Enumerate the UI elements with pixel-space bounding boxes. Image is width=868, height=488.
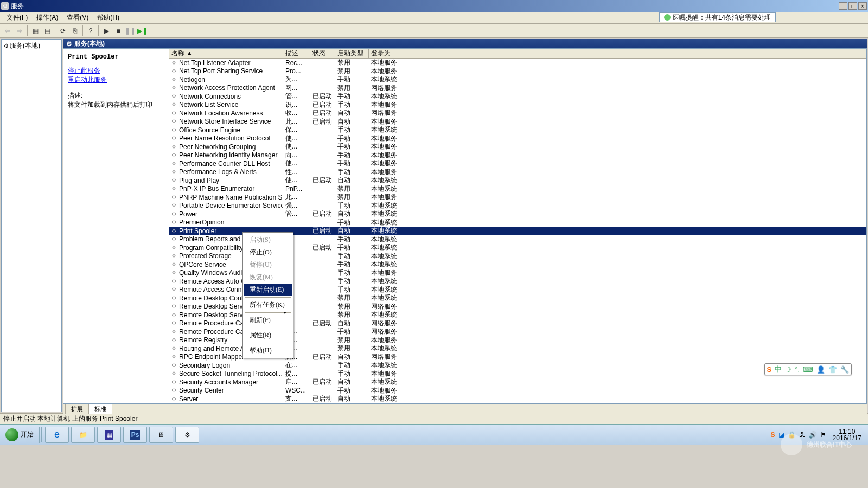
service-row[interactable]: ⚙Peer Name Resolution Protocol使...手动本地服务 xyxy=(169,134,866,143)
taskbar-app-3[interactable]: ▦ xyxy=(97,427,121,443)
ime-settings-icon[interactable]: 🔧 xyxy=(840,365,849,374)
link-stop-service[interactable]: 停止此服务 xyxy=(68,66,164,75)
tab-standard[interactable]: 标准 xyxy=(88,404,112,414)
col-status[interactable]: 状态 xyxy=(310,49,335,58)
service-row[interactable]: ⚙Network Location Awareness收...已启动自动网络服务 xyxy=(169,109,866,118)
service-row[interactable]: ⚙Peer Networking Identity Manager向...手动本… xyxy=(169,151,866,160)
ctx-help[interactable]: 帮助(H) xyxy=(244,344,292,357)
taskbar-app-explorer[interactable]: 📁 xyxy=(71,427,95,443)
ime-moon-icon[interactable]: ☽ xyxy=(785,365,792,374)
service-row[interactable]: ⚙Portable Device Enumerator Service强...手… xyxy=(169,202,866,210)
ime-user-icon[interactable]: 👤 xyxy=(816,365,825,374)
restart-icon[interactable]: ▶❚ xyxy=(137,25,148,36)
service-row[interactable]: ⚙Secure Socket Tunneling Protocol...提...… xyxy=(169,370,866,378)
service-row[interactable]: ⚙Performance Logs & Alerts性...手动本地服务 xyxy=(169,168,866,177)
ime-skin-icon[interactable]: 👕 xyxy=(828,365,837,374)
tray-flag-icon[interactable]: ⚑ xyxy=(820,431,826,439)
context-menu: 启动(S) 停止(O) 暂停(U) 恢复(M) 重新启动(E) 所有任务(K) … xyxy=(242,232,293,358)
refresh-icon[interactable]: ⟳ xyxy=(58,25,68,36)
taskbar-app-services[interactable]: ⚙ xyxy=(175,427,199,443)
col-logon[interactable]: 登录为 xyxy=(369,49,866,58)
menu-help[interactable]: 帮助(H) xyxy=(93,12,124,23)
minimize-button[interactable]: _ xyxy=(839,2,847,10)
tab-extended[interactable]: 扩展 xyxy=(65,404,89,414)
service-row[interactable]: ⚙Secondary Logon在...手动本地系统 xyxy=(169,361,866,370)
service-row[interactable]: ⚙PremierOpinion手动本地系统 xyxy=(169,219,866,227)
service-logon: 本地系统 xyxy=(369,125,866,134)
close-button[interactable]: × xyxy=(858,2,867,10)
service-row[interactable]: ⚙Network Access Protection Agent网...禁用网络… xyxy=(169,84,866,93)
notification-banner[interactable]: 医嘱提醒：共有14条消息需要处理 xyxy=(659,12,776,22)
menu-view[interactable]: 查看(V) xyxy=(62,12,93,23)
tree-root[interactable]: ⚙ 服务(本地) xyxy=(3,41,60,51)
tray-network-icon[interactable]: 🖧 xyxy=(799,431,806,439)
pause-icon[interactable]: ❚❚ xyxy=(125,25,136,36)
ime-keyboard-icon[interactable]: ⌨ xyxy=(803,365,813,374)
forward-button[interactable]: ⇨ xyxy=(14,25,25,36)
taskbar: 开始 e 📁 ▦ Ps 🖥 ⚙ S ◪ 🔒 🖧 🔊 ⚑ 11:10 2016/1… xyxy=(0,424,868,445)
tray-sogou-icon[interactable]: S xyxy=(771,431,775,439)
play-icon[interactable]: ▶ xyxy=(101,25,112,36)
ime-toolbar[interactable]: S 中 ☽ °, ⌨ 👤 👕 🔧 xyxy=(764,363,852,375)
ctx-resume[interactable]: 恢复(M) xyxy=(244,271,292,284)
menu-file[interactable]: 文件(F) xyxy=(2,12,32,23)
ctx-stop[interactable]: 停止(O) xyxy=(244,246,292,259)
clock[interactable]: 11:10 2016/1/17 xyxy=(829,428,865,441)
service-row[interactable]: ⚙Netlogon为...手动本地系统 xyxy=(169,75,866,84)
ctx-start[interactable]: 启动(S) xyxy=(244,234,292,246)
service-row[interactable]: ⚙Performance Counter DLL Host使...手动本地服务 xyxy=(169,159,866,168)
col-startup[interactable]: 启动类型 xyxy=(335,49,369,58)
service-desc: 为... xyxy=(283,75,310,84)
toolbar-btn-2[interactable]: ▤ xyxy=(42,25,53,36)
service-logon: 本地系统 xyxy=(369,310,866,319)
maximize-button[interactable]: □ xyxy=(848,2,857,10)
taskbar-app-ie[interactable]: e xyxy=(45,427,69,443)
taskbar-app-photoshop[interactable]: Ps xyxy=(123,427,147,443)
service-desc: 管... xyxy=(283,209,310,219)
stop-icon[interactable]: ■ xyxy=(113,25,124,36)
export-icon[interactable]: ⎘ xyxy=(69,25,80,36)
ctx-all-tasks[interactable]: 所有任务(K) xyxy=(244,299,292,311)
tray-icon-2[interactable]: ◪ xyxy=(778,431,784,439)
ime-lang[interactable]: 中 xyxy=(775,364,782,374)
service-row[interactable]: ⚙Office Source Engine保...手动本地系统 xyxy=(169,126,866,134)
ime-punct-icon[interactable]: °, xyxy=(795,365,800,374)
selected-service-name: Print Spooler xyxy=(68,53,164,61)
service-name: PNRP Machine Name Publication Se... xyxy=(179,194,283,201)
service-row[interactable]: ⚙Peer Networking Grouping使...手动本地服务 xyxy=(169,143,866,151)
gear-icon: ⚙ xyxy=(171,312,178,318)
service-logon: 网络服务 xyxy=(369,327,866,336)
start-button[interactable]: 开始 xyxy=(0,427,40,443)
service-row[interactable]: ⚙PnP-X IP Bus EnumeratorPnP...禁用本地系统 xyxy=(169,185,866,194)
ctx-properties[interactable]: 属性(R) xyxy=(244,329,292,342)
service-startup: 手动 xyxy=(335,260,369,269)
service-name: Netlogon xyxy=(179,76,205,84)
ctx-restart[interactable]: 重新启动(E) xyxy=(244,284,292,296)
service-row[interactable]: ⚙Power管...已启动自动本地系统 xyxy=(169,210,866,219)
col-name[interactable]: 名称 ▲ xyxy=(169,49,283,58)
ctx-refresh[interactable]: 刷新(F) xyxy=(244,314,292,326)
taskbar-app-5[interactable]: 🖥 xyxy=(149,427,173,443)
ctx-pause[interactable]: 暂停(U) xyxy=(244,259,292,271)
service-logon: 本地系统 xyxy=(369,344,866,353)
service-row[interactable]: ⚙Network Store Interface Service此...已启动自… xyxy=(169,118,866,126)
service-row[interactable]: ⚙Network List Service识...已启动手动本地服务 xyxy=(169,101,866,110)
service-row[interactable]: ⚙Plug and Play使...已启动自动本地系统 xyxy=(169,176,866,185)
menu-action[interactable]: 操作(A) xyxy=(32,12,62,23)
service-row[interactable]: ⚙Net.Tcp Listener AdapterRec...禁用本地服务 xyxy=(169,59,866,67)
service-row[interactable]: ⚙PNRP Machine Name Publication Se...此...… xyxy=(169,193,866,202)
link-restart-service[interactable]: 重启动此服务 xyxy=(68,75,164,85)
tray-volume-icon[interactable]: 🔊 xyxy=(809,431,817,439)
col-desc[interactable]: 描述 xyxy=(283,49,310,58)
service-row[interactable]: ⚙Network Connections管...已启动手动本地系统 xyxy=(169,92,866,101)
back-button[interactable]: ⇦ xyxy=(2,25,13,36)
toolbar-btn-1[interactable]: ▦ xyxy=(30,25,41,36)
service-row[interactable]: ⚙Security Accounts Manager启...已启动自动本地系统 xyxy=(169,378,866,387)
service-row[interactable]: ⚙Net.Tcp Port Sharing ServicePro...禁用本地服… xyxy=(169,67,866,76)
service-logon: 本地服务 xyxy=(369,386,866,395)
service-row[interactable]: ⚙Server支...已启动自动本地系统 xyxy=(169,395,866,403)
service-row[interactable]: ⚙Security CenterWSC...手动本地服务 xyxy=(169,387,866,395)
tree-root-label: 服务(本地) xyxy=(10,41,40,50)
help-icon[interactable]: ? xyxy=(85,25,96,36)
tray-icon-3[interactable]: 🔒 xyxy=(788,431,796,439)
